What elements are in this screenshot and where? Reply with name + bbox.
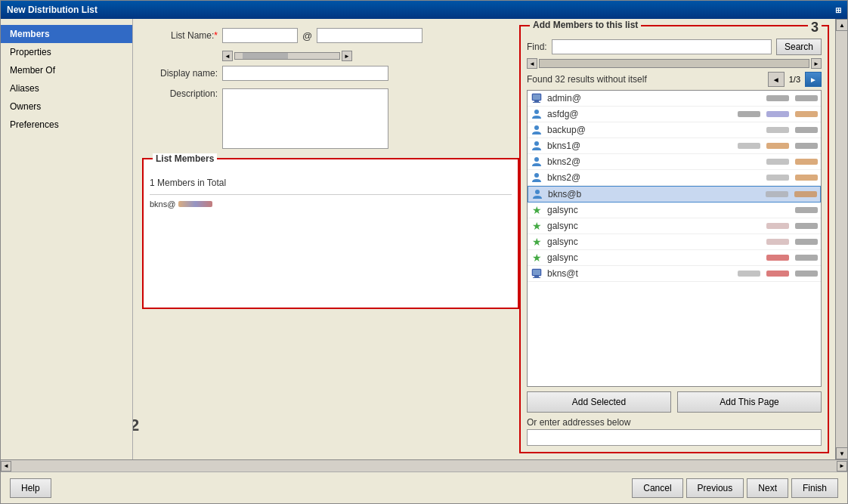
results-text: Found 32 results without itself [527, 74, 647, 85]
member-email-blur [738, 143, 760, 149]
member-row[interactable]: ★galsync [528, 234, 821, 250]
svg-point-5 [534, 125, 539, 130]
display-name-input[interactable] [222, 66, 388, 81]
member-name: bkns@b [548, 189, 760, 199]
scroll-left-arrow2[interactable]: ◄ [527, 58, 537, 69]
member-row[interactable]: ★galsync [528, 250, 821, 266]
scroll-down-arrow[interactable]: ▼ [836, 447, 847, 459]
hscroll-left[interactable]: ◄ [1, 461, 11, 472]
prev-page-btn[interactable]: ◄ [768, 72, 785, 87]
results-row: Found 32 results without itself ◄ 1/3 ► [527, 72, 822, 87]
member-name: bkns@t [547, 268, 732, 279]
member-email-blur [795, 223, 818, 229]
scroll-right-arrow2[interactable]: ► [811, 58, 822, 69]
find-label: Find: [527, 42, 547, 52]
display-name-label: Display name: [142, 68, 218, 79]
svg-point-6 [534, 141, 539, 146]
search-button[interactable]: Search [776, 39, 822, 55]
member-row[interactable]: bkns@b [528, 186, 821, 203]
member-blur [178, 201, 212, 207]
member-email-blur [795, 255, 818, 261]
member-name: galsync [547, 237, 760, 247]
at-sign: @ [302, 30, 312, 42]
sidebar: MembersPropertiesMember OfAliasesOwnersP… [1, 19, 133, 459]
sidebar-item-aliases[interactable]: Aliases [1, 79, 132, 97]
add-this-page-button[interactable]: Add This Page [677, 391, 822, 413]
sidebar-item-members[interactable]: Members [1, 25, 132, 43]
member-type-icon [531, 156, 543, 168]
list-name-input[interactable] [222, 28, 298, 43]
footer-right: Cancel Previous Next Finish [632, 478, 838, 498]
member-row[interactable]: admin@ [528, 91, 821, 107]
page-indicator: 1/3 [786, 75, 803, 84]
member-name: galsync [547, 221, 760, 231]
list-member-entry: bkns@ [150, 198, 512, 210]
hscroll-right[interactable]: ► [837, 461, 847, 472]
dialog-body: MembersPropertiesMember OfAliasesOwnersP… [1, 19, 847, 459]
sidebar-item-owners[interactable]: Owners [1, 97, 132, 116]
svg-rect-3 [533, 94, 540, 100]
member-row[interactable]: bkns2@ [528, 170, 821, 186]
member-name: galsync [547, 205, 789, 215]
help-button[interactable]: Help [10, 478, 51, 498]
sidebar-item-member-of[interactable]: Member Of [1, 61, 132, 79]
member-name: admin@ [547, 93, 760, 104]
scroll-right-arrow[interactable]: ► [342, 51, 352, 61]
description-input[interactable] [222, 88, 388, 149]
member-name: galsync [547, 252, 760, 263]
scroll-left-arrow[interactable]: ◄ [222, 51, 233, 61]
list-name-row: List Name:* @ [142, 28, 519, 43]
member-type-icon [531, 92, 543, 104]
members-list[interactable]: admin@asfdg@backup@bkns1@bkns2@bkns2@bkn… [527, 90, 822, 387]
pagination: ◄ 1/3 ► [768, 72, 822, 87]
add-selected-button[interactable]: Add Selected [527, 391, 671, 413]
dialog-container: New Distribution List ⊞ MembersPropertie… [0, 0, 848, 504]
member-email-blur [766, 127, 789, 133]
svg-rect-12 [533, 277, 540, 278]
domain-input[interactable] [317, 28, 422, 43]
member-row[interactable]: ★galsync [528, 203, 821, 218]
enter-addresses-input[interactable] [527, 429, 822, 446]
add-members-panel: Add Members to this list 3 Find: Search … [519, 25, 829, 453]
member-email-blur [795, 143, 818, 149]
titlebar-icons: ⊞ [835, 6, 841, 14]
member-row[interactable]: ★galsync [528, 218, 821, 234]
member-email-blur [795, 239, 818, 245]
member-row[interactable]: bkns2@ [528, 154, 821, 170]
next-button[interactable]: Next [747, 478, 788, 498]
member-row[interactable]: bkns1@ [528, 138, 821, 154]
svg-rect-2 [533, 102, 540, 103]
member-type-icon [531, 172, 543, 184]
sidebar-item-properties[interactable]: Properties [1, 43, 132, 61]
member-email-blur [795, 111, 818, 117]
sidebar-item-preferences[interactable]: Preferences [1, 116, 132, 134]
find-input[interactable] [552, 39, 772, 54]
member-type-icon [531, 124, 543, 136]
member-email-blur [795, 159, 818, 165]
member-email: bkns@ [150, 199, 175, 209]
cancel-button[interactable]: Cancel [632, 478, 682, 498]
previous-button[interactable]: Previous [686, 478, 744, 498]
footer-left: Help [10, 478, 51, 498]
member-email-blur [766, 271, 789, 277]
next-page-btn[interactable]: ► [805, 72, 822, 87]
member-type-icon: ★ [531, 220, 543, 232]
bottom-scrollbar: ◄ ► [1, 459, 847, 472]
member-name: bkns2@ [547, 156, 760, 167]
member-name: backup@ [547, 125, 760, 135]
member-email-blur [795, 271, 818, 277]
expand-icon[interactable]: ⊞ [835, 6, 841, 14]
scroll-up-arrow[interactable]: ▲ [836, 19, 847, 31]
list-members-divider [150, 194, 512, 195]
display-name-row: Display name: [142, 66, 519, 81]
finish-button[interactable]: Finish [791, 478, 838, 498]
member-row[interactable]: bkns@t [528, 266, 821, 282]
member-row[interactable]: backup@ [528, 122, 821, 138]
section-label-3: 3 [808, 20, 822, 36]
find-scrollbar: ◄ ► [527, 58, 822, 69]
member-email-blur [766, 175, 789, 181]
scroll-thumb [243, 53, 288, 59]
member-email-blur [795, 207, 818, 213]
member-email-blur [766, 159, 789, 165]
member-row[interactable]: asfdg@ [528, 107, 821, 122]
